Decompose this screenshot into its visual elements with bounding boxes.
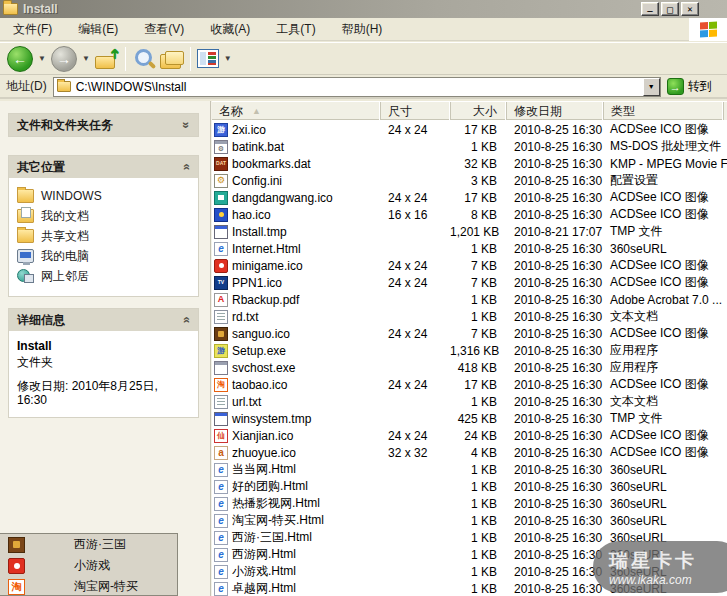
ie-file-icon [214, 531, 228, 545]
panel-file-tasks-header[interactable]: 文件和文件夹任务 » [9, 114, 198, 136]
menu-item-3[interactable]: 收藏(A) [197, 21, 263, 38]
address-dropdown-button[interactable]: ▼ [643, 78, 660, 96]
popup-menu-item[interactable]: 淘宝网-特买 [0, 576, 177, 596]
title-bar[interactable]: Install [0, 0, 727, 18]
file-row[interactable]: 好的团购.Html1 KB2010-8-25 16:30360seURL [212, 478, 727, 495]
file-row[interactable]: taobao.ico24 x 2417 KB2010-8-25 16:30ACD… [212, 376, 727, 393]
sidebar-item-my-documents[interactable]: 我的文档 [17, 206, 192, 226]
file-row[interactable]: 淘宝网-特买.Html1 KB2010-8-25 16:30360seURL [212, 512, 727, 529]
file-modified-cell: 2010-8-25 16:30 [506, 310, 603, 324]
file-name-label: bookmarks.dat [232, 157, 311, 171]
file-row[interactable]: Config.ini3 KB2010-8-25 16:30配置设置 [212, 172, 727, 189]
search-button[interactable] [130, 47, 158, 71]
game-file-icon [214, 123, 228, 137]
file-name-cell: Config.ini [212, 174, 380, 188]
chevron-up-icon[interactable]: » [180, 164, 194, 171]
file-row[interactable]: bookmarks.dat32 KB2010-8-25 16:30KMP - M… [212, 155, 727, 172]
file-row[interactable]: zhuoyue.ico32 x 324 KB2010-8-25 16:30ACD… [212, 444, 727, 461]
file-row[interactable]: minigame.ico24 x 247 KB2010-8-25 16:30AC… [212, 257, 727, 274]
popup-menu-item-label: 淘宝网-特买 [74, 578, 138, 595]
file-row[interactable]: dangdangwang.ico24 x 2417 KB2010-8-25 16… [212, 189, 727, 206]
file-row[interactable]: Install.tmp1,201 KB2010-8-21 17:07TMP 文件 [212, 223, 727, 240]
file-row[interactable]: PPN1.ico24 x 247 KB2010-8-25 16:30ACDSee… [212, 274, 727, 291]
popup-menu-item[interactable]: 西游·三国 [0, 534, 177, 555]
file-row[interactable]: url.txt1 KB2010-8-25 16:30文本文档 [212, 393, 727, 410]
file-size-cell: 1 KB [450, 463, 506, 477]
file-row[interactable]: rd.txt1 KB2010-8-25 16:30文本文档 [212, 308, 727, 325]
file-row[interactable]: 西游网.Html1 KB2010-8-25 16:30360seURL [212, 546, 727, 563]
file-size-cell: 32 KB [450, 157, 506, 171]
taobao-file-icon [214, 378, 228, 392]
file-modified-cell: 2010-8-25 16:30 [506, 191, 603, 205]
panel-other-places-header[interactable]: 其它位置 » [9, 156, 198, 178]
file-row[interactable]: winsystem.tmp425 KB2010-8-25 16:30TMP 文件 [212, 410, 727, 427]
file-type-cell: 文本文档 [603, 308, 727, 325]
file-row[interactable]: 卓越网.Html1 KB2010-8-25 16:30360seURL [212, 580, 727, 596]
file-size-cell: 7 KB [450, 327, 506, 341]
minimize-button[interactable] [641, 2, 659, 16]
forward-dropdown-caret-icon[interactable]: ▼ [79, 54, 93, 63]
file-dimensions-cell: 32 x 32 [380, 446, 450, 460]
sidebar-item-label: 我的文档 [41, 208, 89, 225]
panel-details-header[interactable]: 详细信息 » [9, 309, 198, 331]
menu-item-2[interactable]: 查看(V) [131, 21, 197, 38]
go-button[interactable]: → 转到 [667, 78, 712, 95]
file-row[interactable]: Rbackup.pdf1 KB2010-8-25 16:30Adobe Acro… [212, 291, 727, 308]
menu-item-4[interactable]: 工具(T) [263, 21, 328, 38]
file-type-cell: ACDSee ICO 图像 [603, 121, 727, 138]
file-row[interactable]: 小游戏.Html1 KB2010-8-25 16:30360seURL [212, 563, 727, 580]
sidebar-item-my-computer[interactable]: 我的电脑 [17, 246, 192, 266]
file-row[interactable]: sanguo.ico24 x 247 KB2010-8-25 16:30ACDS… [212, 325, 727, 342]
column-header-size[interactable]: 大小 [451, 102, 507, 120]
file-type-cell: ACDSee ICO 图像 [603, 427, 727, 444]
views-dropdown-caret-icon[interactable]: ▼ [221, 54, 235, 63]
file-modified-cell: 2010-8-25 16:30 [506, 174, 603, 188]
file-row[interactable]: 2xi.ico24 x 2417 KB2010-8-25 16:30ACDSee… [212, 121, 727, 138]
file-name-label: 小游戏.Html [232, 563, 296, 580]
sidebar-item-shared-documents[interactable]: 共享文档 [17, 226, 192, 246]
file-row[interactable]: Setup.exe1,316 KB2010-8-25 16:30应用程序 [212, 342, 727, 359]
menu-item-1[interactable]: 编辑(E) [65, 21, 131, 38]
file-row[interactable]: 热播影视网.Html1 KB2010-8-25 16:30360seURL [212, 495, 727, 512]
file-row[interactable]: Xianjian.ico24 x 2424 KB2010-8-25 16:30A… [212, 427, 727, 444]
address-input[interactable]: C:\WINDOWS\Install ▼ [53, 77, 661, 97]
file-size-cell: 1 KB [450, 480, 506, 494]
file-size-cell: 1 KB [450, 140, 506, 154]
shared-documents-icon [17, 229, 34, 243]
menu-item-0[interactable]: 文件(F) [0, 21, 65, 38]
file-name-label: Xianjian.ico [232, 429, 293, 443]
file-row[interactable]: svchost.exe418 KB2010-8-25 16:30应用程序 [212, 359, 727, 376]
file-row[interactable]: 西游·三国.Html1 KB2010-8-25 16:30360seURL [212, 529, 727, 546]
file-name-cell: PPN1.ico [212, 276, 380, 290]
file-modified-cell: 2010-8-25 16:30 [506, 446, 603, 460]
chevron-up-icon[interactable]: » [180, 317, 194, 324]
sidebar-item-folder[interactable]: WINDOWS [17, 186, 192, 206]
up-button[interactable] [93, 49, 121, 69]
close-button[interactable] [681, 2, 699, 16]
file-size-cell: 1 KB [450, 293, 506, 307]
ie-file-icon [214, 480, 228, 494]
file-row[interactable]: batink.bat1 KB2010-8-25 16:30MS-DOS 批处理文… [212, 138, 727, 155]
column-header-modified[interactable]: 修改日期 [507, 102, 604, 120]
my-documents-icon [17, 209, 34, 223]
forward-button[interactable]: → [49, 46, 79, 72]
back-dropdown-caret-icon[interactable]: ▼ [35, 54, 49, 63]
file-name-cell: Rbackup.pdf [212, 293, 380, 307]
views-button[interactable] [195, 49, 221, 68]
column-header-type[interactable]: 类型 [604, 102, 724, 120]
column-header-name[interactable]: 名称▲ [212, 102, 381, 120]
chevron-down-icon[interactable]: » [180, 122, 194, 129]
maximize-button[interactable] [661, 2, 679, 16]
file-name-label: sanguo.ico [232, 327, 290, 341]
file-row[interactable]: hao.ico16 x 168 KB2010-8-25 16:30ACDSee … [212, 206, 727, 223]
column-header-dim[interactable]: 尺寸 [381, 102, 451, 120]
file-name-label: 西游·三国.Html [232, 529, 312, 546]
menu-item-5[interactable]: 帮助(H) [329, 21, 396, 38]
file-row[interactable]: Internet.Html1 KB2010-8-25 16:30360seURL [212, 240, 727, 257]
folders-button[interactable] [158, 50, 186, 68]
popup-menu-item[interactable]: 小游戏 [0, 555, 177, 576]
file-modified-cell: 2010-8-25 16:30 [506, 395, 603, 409]
file-row[interactable]: 当当网.Html1 KB2010-8-25 16:30360seURL [212, 461, 727, 478]
sidebar-item-network-places[interactable]: 网上邻居 [17, 266, 192, 286]
back-button[interactable]: ← [5, 46, 35, 72]
